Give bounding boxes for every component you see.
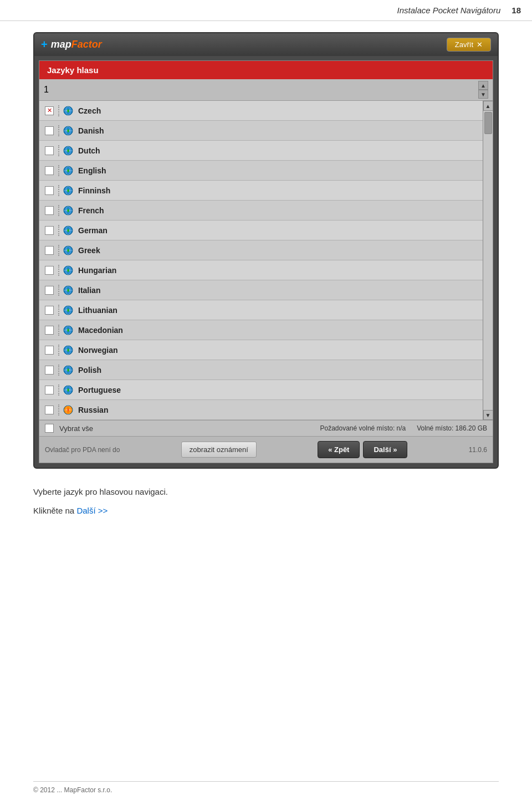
logo-plus-icon: + (41, 38, 48, 51)
back-button[interactable]: « Zpět (318, 441, 360, 458)
language-name: Italian (78, 286, 100, 295)
language-row-content: German (58, 225, 477, 236)
driver-notice: Ovladač pro PDA není do (45, 446, 120, 454)
copyright-text: © 2012 ... MapFactor s.r.o. (33, 786, 112, 794)
download-icon (63, 245, 74, 256)
download-icon (63, 365, 74, 376)
language-checkbox[interactable] (45, 366, 54, 375)
select-all-checkbox[interactable] (45, 424, 54, 433)
language-item[interactable]: Russian (39, 400, 483, 420)
body-line1: Vyberte jazyk pro hlasovou navigaci. (33, 485, 499, 499)
language-item[interactable]: Greek (39, 240, 483, 260)
list-scrollbar[interactable]: ▲ ▼ (483, 101, 493, 420)
language-row-content: Norwegian (58, 345, 477, 356)
space-required: Požadované volné místo: n/a (320, 424, 406, 432)
language-item[interactable]: Danish (39, 121, 483, 141)
download-icon (63, 325, 74, 336)
language-item[interactable]: ✕ Czech (39, 101, 483, 121)
language-checkbox[interactable]: ✕ (45, 106, 54, 115)
language-item[interactable]: Macedonian (39, 320, 483, 340)
download-icon (63, 265, 74, 276)
app-logo-text: mapFactor (51, 39, 102, 50)
scroll-down-arrow[interactable]: ▼ (478, 90, 488, 99)
body-line2: Klikněte na Další >> (33, 504, 499, 517)
language-name: German (78, 226, 108, 235)
language-row-content: Czech (58, 105, 477, 116)
body-line2-prefix: Klikněte na (33, 506, 76, 515)
language-name: Russian (78, 406, 108, 414)
language-checkbox[interactable] (45, 186, 54, 195)
page-title: Instalace Pocket Navigátoru (397, 6, 501, 15)
language-checkbox[interactable] (45, 326, 54, 335)
action-bar: Ovladač pro PDA není do zobrazit oznámen… (39, 436, 493, 463)
app-logo: + mapFactor (41, 38, 102, 51)
language-row-content: Lithuanian (58, 305, 477, 316)
section-title: Jazyky hlasu (39, 61, 493, 79)
page-header: Instalace Pocket Navigátoru 18 (0, 0, 532, 21)
language-name: Czech (78, 106, 101, 115)
language-row-content: Polish (58, 365, 477, 376)
page-footer: © 2012 ... MapFactor s.r.o. (33, 781, 499, 794)
language-checkbox[interactable] (45, 406, 54, 414)
language-item[interactable]: Polish (39, 360, 483, 380)
language-row-content: Russian (58, 404, 477, 416)
language-checkbox[interactable] (45, 206, 54, 215)
download-icon (63, 205, 74, 216)
language-row-content: French (58, 205, 477, 216)
language-item[interactable]: Italian (39, 280, 483, 300)
language-item[interactable]: Norwegian (39, 340, 483, 360)
download-icon (63, 125, 74, 136)
download-icon (63, 225, 74, 236)
language-checkbox[interactable] (45, 386, 54, 394)
language-item[interactable]: Lithuanian (39, 300, 483, 320)
language-checkbox[interactable] (45, 126, 54, 135)
list-scroll-down-btn[interactable]: ▼ (483, 410, 493, 420)
language-name: Portuguese (78, 386, 121, 394)
language-item[interactable]: Dutch (39, 141, 483, 161)
space-info: Požadované volné místo: n/a Volné místo:… (320, 424, 487, 432)
language-name: English (78, 166, 106, 175)
list-scroll-thumb[interactable] (484, 112, 492, 134)
language-row-content: Dutch (58, 145, 477, 156)
download-icon (63, 145, 74, 156)
close-label: Zavřít (455, 40, 473, 49)
language-checkbox[interactable] (45, 226, 54, 235)
language-checkbox[interactable] (45, 246, 54, 255)
language-list: ✕ Czech Danish Dutch English (39, 101, 483, 420)
language-checkbox[interactable] (45, 166, 54, 175)
language-checkbox[interactable] (45, 306, 54, 315)
app-titlebar: + mapFactor Zavřít ✕ (34, 33, 498, 56)
language-list-area: ✕ Czech Danish Dutch English (39, 101, 493, 420)
language-checkbox[interactable] (45, 346, 54, 355)
version-text: 11.0.6 (469, 446, 487, 454)
language-checkbox[interactable] (45, 266, 54, 275)
scroll-up-arrow[interactable]: ▲ (478, 81, 488, 90)
app-window: + mapFactor Zavřít ✕ Jazyky hlasu 1 ▲ ▼ (33, 32, 499, 469)
language-row-content: Macedonian (58, 325, 477, 336)
download-icon (63, 105, 74, 116)
language-item[interactable]: Portuguese (39, 380, 483, 400)
language-name: Norwegian (78, 346, 118, 355)
language-checkbox[interactable] (45, 146, 54, 155)
language-row-content: Finninsh (58, 185, 477, 196)
download-icon (63, 285, 74, 296)
download-icon (63, 185, 74, 196)
list-scroll-up-btn[interactable]: ▲ (483, 101, 493, 111)
dalsi-link[interactable]: Další >> (76, 506, 108, 515)
space-free: Volné místo: 186.20 GB (417, 424, 487, 432)
language-item[interactable]: French (39, 201, 483, 221)
scroll-arrows-top: ▲ ▼ (478, 81, 488, 99)
language-checkbox[interactable] (45, 286, 54, 295)
language-item[interactable]: Hungarian (39, 260, 483, 280)
language-item[interactable]: Finninsh (39, 181, 483, 201)
close-icon: ✕ (477, 40, 483, 49)
nav-buttons: « Zpět Další » (318, 441, 407, 458)
language-name: Greek (78, 246, 100, 255)
next-button[interactable]: Další » (363, 441, 407, 458)
language-item[interactable]: German (39, 221, 483, 240)
language-item[interactable]: English (39, 161, 483, 181)
notify-button[interactable]: zobrazit oznámení (181, 442, 257, 458)
language-row-content: Italian (58, 285, 477, 296)
download-icon (63, 345, 74, 356)
close-button[interactable]: Zavřít ✕ (447, 38, 491, 52)
